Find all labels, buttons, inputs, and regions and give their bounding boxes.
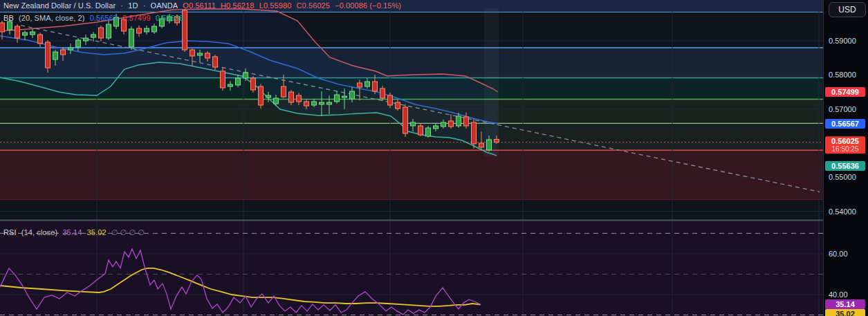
candle-body[interactable] (365, 82, 370, 86)
legend-separator: · (120, 1, 123, 10)
rsi-params: (14, close) (21, 228, 57, 236)
candle-body[interactable] (236, 78, 241, 85)
rsi-name[interactable]: RSI (3, 228, 17, 236)
candle-body[interactable] (388, 95, 393, 105)
candle-body[interactable] (221, 71, 225, 88)
candle-body[interactable] (91, 35, 96, 37)
candle-body[interactable] (129, 29, 134, 47)
price-badge-0.57499: 0.57499 (825, 87, 865, 97)
rsi-indicator-legend[interactable]: RSI (14, close) 35.14 35.02 ∅ ∅ ∅ ∅ (3, 228, 147, 237)
countdown-timer: 16:50:25 (825, 145, 865, 153)
candle-body[interactable] (266, 95, 271, 97)
candle-body[interactable] (304, 102, 309, 106)
candle-body[interactable] (243, 73, 248, 78)
ohlc-high: H0.56218 (221, 1, 255, 10)
legend-separator2: · (143, 1, 146, 10)
candle-body[interactable] (76, 40, 81, 47)
rsi-badge-35.14: 35.14 (825, 299, 865, 309)
candle-body[interactable] (449, 121, 454, 127)
candle-body[interactable] (99, 28, 104, 38)
candle-body[interactable] (472, 122, 477, 144)
candle-body[interactable] (213, 57, 218, 67)
candle-body[interactable] (259, 86, 264, 105)
candle-body[interactable] (251, 78, 256, 90)
candle-body[interactable] (434, 126, 438, 129)
candle-body[interactable] (152, 26, 157, 32)
candle-body[interactable] (396, 102, 400, 109)
bb-basis-value: 0.56567 (90, 14, 118, 22)
price-badge-0.56025: 0.5602516:50:25 (825, 136, 865, 154)
candle-body[interactable] (335, 95, 340, 102)
candle-body[interactable] (464, 117, 469, 126)
candle-body[interactable] (61, 50, 66, 55)
candle-body[interactable] (137, 28, 142, 33)
candle-body[interactable] (46, 42, 50, 68)
candle-body[interactable] (487, 140, 492, 150)
ohlc-low: L0.55980 (259, 1, 292, 10)
bb-indicator-legend[interactable]: BB (20, SMA, close, 2) 0.56567 0.57499 0… (3, 14, 186, 23)
candle-body[interactable] (0, 23, 5, 32)
candle-body[interactable] (495, 139, 499, 142)
candle-body[interactable] (281, 86, 286, 97)
candle-body[interactable] (38, 35, 43, 44)
candle-body[interactable] (68, 48, 73, 50)
candle-body[interactable] (411, 122, 416, 126)
candle-body[interactable] (289, 92, 294, 102)
price-axis-label: 0.55000 (829, 173, 856, 181)
ohlc-open: O0.56111 (183, 1, 216, 10)
candle-body[interactable] (198, 53, 203, 55)
candle-body[interactable] (205, 53, 210, 58)
candle-body[interactable] (479, 143, 484, 147)
bb-upper-value: 0.57499 (122, 14, 150, 22)
bb-params: (20, SMA, close, 2) (19, 14, 84, 22)
symbol-legend[interactable]: New Zealand Dollar / U.S. Dollar · 1D · … (3, 1, 404, 10)
candle-body[interactable] (350, 91, 355, 99)
candle-body[interactable] (274, 98, 279, 104)
symbol-title[interactable]: New Zealand Dollar / U.S. Dollar (3, 1, 116, 10)
exchange-label[interactable]: OANDA (151, 1, 178, 10)
candle-body[interactable] (342, 96, 347, 97)
price-axis-label: 0.54000 (829, 207, 856, 216)
candle-body[interactable] (190, 50, 195, 56)
bb-name[interactable]: BB (3, 14, 14, 22)
change-label: −0.00086 (−0.15%) (335, 1, 401, 10)
candle-body[interactable] (441, 122, 446, 127)
rsi-axis-label: 40.00 (829, 290, 848, 299)
candle-body[interactable] (228, 84, 233, 86)
candle-body[interactable] (426, 128, 431, 136)
candle-body[interactable] (312, 102, 317, 105)
candle-body[interactable] (107, 24, 111, 38)
candle-body[interactable] (418, 126, 423, 135)
candle-body[interactable] (327, 102, 332, 104)
bb-lower-value: 0.55636 (156, 14, 183, 22)
price-axis-label: 0.57000 (829, 105, 856, 113)
currency-unit-button[interactable]: USD (829, 2, 866, 17)
candle-body[interactable] (15, 26, 20, 38)
price-axis-label: 0.58000 (829, 71, 856, 79)
price-axis-panel[interactable]: USD 0.590000.580000.570000.560000.550000… (823, 0, 868, 316)
price-axis-label: 0.59000 (829, 37, 856, 45)
rsi-badge-35.02: 35.02 (825, 309, 865, 316)
rsi-value: 35.14 (62, 228, 82, 236)
candle-body[interactable] (373, 82, 378, 91)
pane-separator[interactable] (0, 220, 868, 221)
candle-body[interactable] (320, 102, 324, 104)
price-badge-0.56567: 0.56567 (825, 119, 865, 129)
candle-body[interactable] (23, 32, 28, 35)
candle-body[interactable] (145, 28, 149, 32)
candle-body[interactable] (380, 89, 385, 98)
candle-body[interactable] (53, 52, 58, 59)
candle-body[interactable] (30, 32, 35, 35)
rsi-ma-value: 35.02 (87, 228, 107, 236)
candle-body[interactable] (297, 95, 302, 102)
rsi-axis-label: 60.00 (829, 250, 848, 258)
chart-canvas[interactable] (0, 0, 868, 316)
candle-body[interactable] (403, 107, 408, 133)
candle-body[interactable] (456, 116, 461, 126)
rsi-empty-values: ∅ ∅ ∅ ∅ (111, 228, 145, 236)
candle-body[interactable] (358, 83, 362, 87)
price-zone-5 (0, 150, 823, 199)
candle-body[interactable] (84, 38, 89, 41)
interval-label[interactable]: 1D (128, 1, 138, 10)
price-badge-0.55636: 0.55636 (825, 161, 865, 171)
